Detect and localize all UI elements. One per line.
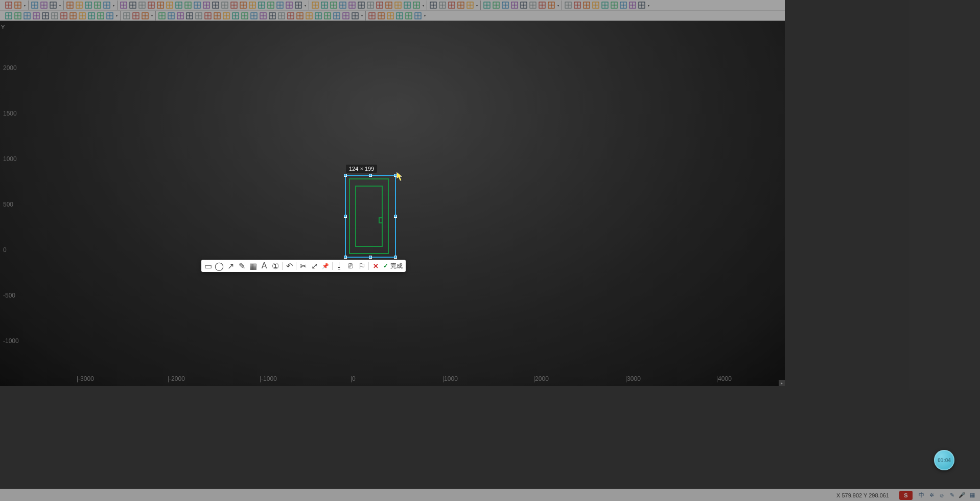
edit5-icon[interactable] bbox=[41, 11, 50, 20]
group-box-icon[interactable] bbox=[285, 1, 294, 10]
shot-download-icon[interactable]: ⭳ bbox=[335, 261, 344, 270]
snap19-icon[interactable] bbox=[323, 11, 332, 20]
shot-arrow-icon[interactable]: ↗ bbox=[226, 261, 235, 270]
rotate2-icon[interactable] bbox=[239, 1, 248, 10]
snap12-icon[interactable] bbox=[259, 11, 268, 20]
selection-handle[interactable] bbox=[344, 256, 347, 259]
toolbar-dropdown-icon[interactable]: ▾ bbox=[58, 1, 62, 10]
trim1-icon[interactable] bbox=[165, 1, 174, 10]
shot-number-icon[interactable]: ① bbox=[271, 261, 280, 270]
view2-icon[interactable] bbox=[377, 11, 386, 20]
angle-dim-icon[interactable] bbox=[75, 1, 84, 10]
tool-f-icon[interactable] bbox=[610, 1, 619, 10]
snap20-icon[interactable] bbox=[332, 11, 341, 20]
extend-icon[interactable] bbox=[193, 1, 202, 10]
toolbar-dropdown-icon[interactable]: ▾ bbox=[360, 11, 364, 20]
edit6-icon[interactable] bbox=[59, 11, 68, 20]
view4-icon[interactable] bbox=[395, 11, 404, 20]
roof3-icon[interactable] bbox=[393, 1, 403, 10]
ramp-icon[interactable] bbox=[366, 1, 375, 10]
snap14-b23-icon[interactable] bbox=[277, 11, 286, 20]
shot-complete-button[interactable]: ✓完成 bbox=[382, 261, 404, 270]
toolbar-dropdown-icon[interactable]: ▾ bbox=[475, 1, 479, 10]
snap3-icon[interactable] bbox=[176, 11, 185, 20]
trim2-icon[interactable] bbox=[174, 1, 183, 10]
tool-i-icon[interactable] bbox=[637, 1, 646, 10]
toolbar-dropdown-icon[interactable]: ▾ bbox=[556, 1, 560, 10]
roof5-icon[interactable] bbox=[412, 1, 421, 10]
layer-icon[interactable] bbox=[119, 1, 128, 10]
model1-icon[interactable] bbox=[429, 1, 438, 10]
break-icon[interactable] bbox=[202, 1, 211, 10]
roof1-icon[interactable] bbox=[375, 1, 384, 10]
scale1-icon[interactable] bbox=[266, 1, 275, 10]
selection-handle[interactable] bbox=[344, 215, 347, 218]
selection-handle[interactable] bbox=[369, 174, 372, 177]
window-icon[interactable] bbox=[329, 1, 338, 10]
table-add-icon[interactable] bbox=[39, 1, 49, 10]
tool-c-icon[interactable] bbox=[582, 1, 591, 10]
snap15-icon[interactable] bbox=[286, 11, 295, 20]
pencil2-icon[interactable]: ✎ bbox=[947, 491, 956, 500]
copy-prop-icon[interactable] bbox=[93, 1, 102, 10]
tool-b-icon[interactable] bbox=[573, 1, 582, 10]
floating-timer-badge[interactable]: 01:04 bbox=[934, 450, 954, 470]
grid-dots-icon[interactable] bbox=[13, 1, 22, 10]
sogou-logo-icon[interactable]: S bbox=[899, 491, 913, 500]
selection-handle[interactable] bbox=[394, 215, 397, 218]
view3-icon[interactable] bbox=[386, 11, 395, 20]
selection-handle[interactable] bbox=[394, 256, 397, 259]
edit7-icon[interactable] bbox=[68, 11, 78, 20]
shot-bookmark-icon[interactable]: ⚐ bbox=[357, 261, 366, 270]
shot-pencil-icon[interactable]: ✎ bbox=[237, 261, 246, 270]
move-icon[interactable] bbox=[4, 1, 13, 10]
shot-pin-expand-icon[interactable]: ⤢ bbox=[310, 261, 319, 270]
circle-stair-icon[interactable] bbox=[347, 1, 357, 10]
tool-a-icon[interactable] bbox=[564, 1, 573, 10]
snap18-icon[interactable] bbox=[314, 11, 323, 20]
layers2-icon[interactable] bbox=[492, 1, 501, 10]
shot-mosaic-icon[interactable]: ▦ bbox=[248, 261, 258, 270]
edit1-icon[interactable] bbox=[4, 11, 13, 20]
toolbar-dropdown-icon[interactable]: ▾ bbox=[646, 1, 650, 10]
tool-e-icon[interactable] bbox=[600, 1, 610, 10]
layers6-icon[interactable] bbox=[528, 1, 538, 10]
layers5-icon[interactable] bbox=[519, 1, 528, 10]
snap21-icon[interactable] bbox=[341, 11, 351, 20]
scroll-right-button[interactable]: ▸ bbox=[779, 380, 785, 386]
toolbar-dropdown-icon[interactable]: ▾ bbox=[303, 1, 307, 10]
tool-g-icon[interactable] bbox=[619, 1, 628, 10]
shot-text-icon[interactable]: A bbox=[260, 261, 269, 270]
delete-x-icon[interactable] bbox=[141, 11, 150, 20]
scale2-icon[interactable] bbox=[275, 1, 285, 10]
mic-icon[interactable]: 🎤 bbox=[958, 491, 967, 500]
edit11-icon[interactable] bbox=[105, 11, 114, 20]
polyline-icon[interactable] bbox=[137, 1, 147, 10]
arc-dim-icon[interactable] bbox=[84, 1, 93, 10]
toolbar-dropdown-icon[interactable]: ▾ bbox=[421, 1, 425, 10]
toolbar-dropdown-icon[interactable]: ▾ bbox=[111, 1, 115, 10]
snap13-icon[interactable] bbox=[268, 11, 277, 20]
match-prop-icon[interactable] bbox=[102, 1, 111, 10]
snap11-icon[interactable] bbox=[249, 11, 259, 20]
snap9-icon[interactable] bbox=[231, 11, 240, 20]
popout-icon[interactable] bbox=[294, 1, 303, 10]
snap8-icon[interactable] bbox=[222, 11, 231, 20]
toolbar-dropdown-icon[interactable]: ▾ bbox=[114, 11, 119, 20]
snap1-icon[interactable] bbox=[157, 11, 167, 20]
selection-handle[interactable] bbox=[369, 256, 372, 259]
shot-scissor-icon[interactable]: ✂ bbox=[298, 261, 308, 270]
model5-icon[interactable] bbox=[465, 1, 475, 10]
offset-icon[interactable] bbox=[220, 1, 229, 10]
snap17-icon[interactable] bbox=[305, 11, 314, 20]
line-tool-icon[interactable] bbox=[128, 1, 137, 10]
edit2-icon[interactable] bbox=[13, 11, 22, 20]
layers3-icon[interactable] bbox=[501, 1, 510, 10]
view5-icon[interactable] bbox=[404, 11, 413, 20]
snap16-icon[interactable] bbox=[295, 11, 305, 20]
table-del-icon[interactable] bbox=[49, 1, 58, 10]
edit8-icon[interactable] bbox=[78, 11, 87, 20]
table-1-icon[interactable] bbox=[30, 1, 39, 10]
shot-cancel-button[interactable]: ✕ bbox=[371, 261, 380, 270]
door-icon[interactable] bbox=[320, 1, 329, 10]
